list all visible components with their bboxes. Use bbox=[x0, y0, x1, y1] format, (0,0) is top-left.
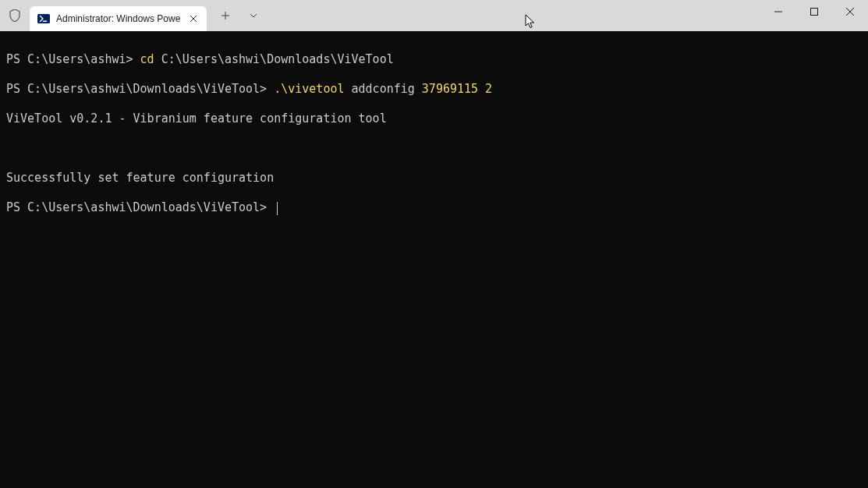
maximize-button[interactable] bbox=[796, 0, 832, 23]
terminal-pane[interactable]: PS C:\Users\ashwi> cd C:\Users\ashwi\Dow… bbox=[0, 31, 868, 488]
prompt-text: PS C:\Users\ashwi\Downloads\ViVeTool> bbox=[6, 82, 274, 97]
argument-text: addconfig bbox=[344, 82, 421, 97]
minimize-icon bbox=[774, 8, 782, 16]
admin-shield-area bbox=[0, 0, 30, 31]
terminal-line: PS C:\Users\ashwi\Downloads\ViVeTool> .\… bbox=[6, 82, 862, 97]
tab-active[interactable]: Administrator: Windows Powe bbox=[30, 6, 207, 31]
terminal-line: ViVeTool v0.2.1 - Vibranium feature conf… bbox=[6, 111, 862, 126]
new-tab-button[interactable] bbox=[213, 3, 238, 28]
close-icon bbox=[846, 8, 854, 16]
command-text: cd bbox=[140, 52, 154, 67]
plus-icon bbox=[221, 11, 230, 20]
minimize-button[interactable] bbox=[760, 0, 796, 23]
tab-dropdown-button[interactable] bbox=[241, 3, 266, 28]
terminal-line: Successfully set feature configuration bbox=[6, 171, 862, 186]
window-controls bbox=[760, 0, 868, 25]
text-cursor bbox=[277, 202, 278, 215]
prompt-text: PS C:\Users\ashwi\Downloads\ViVeTool> bbox=[6, 200, 274, 215]
chevron-down-icon bbox=[250, 13, 257, 18]
tab-close-button[interactable] bbox=[186, 12, 200, 26]
svg-rect-2 bbox=[811, 9, 818, 16]
close-icon bbox=[190, 15, 197, 23]
terminal-line: PS C:\Users\ashwi> cd C:\Users\ashwi\Dow… bbox=[6, 52, 862, 67]
argument-text: 37969115 2 bbox=[422, 82, 492, 97]
window-titlebar: Administrator: Windows Powe bbox=[0, 0, 868, 31]
svg-rect-0 bbox=[37, 14, 50, 23]
terminal-line: PS C:\Users\ashwi\Downloads\ViVeTool> bbox=[6, 200, 862, 215]
output-text: Successfully set feature configuration bbox=[6, 171, 274, 186]
tab-title: Administrator: Windows Powe bbox=[56, 13, 180, 24]
maximize-icon bbox=[810, 8, 818, 16]
output-text: ViVeTool v0.2.1 - Vibranium feature conf… bbox=[6, 111, 387, 126]
window-close-button[interactable] bbox=[832, 0, 868, 23]
powershell-icon bbox=[37, 12, 50, 25]
prompt-text: PS C:\Users\ashwi> bbox=[6, 52, 140, 67]
shield-icon bbox=[9, 9, 20, 22]
command-text: .\vivetool bbox=[274, 82, 344, 97]
terminal-line bbox=[6, 141, 862, 156]
argument-text: C:\Users\ashwi\Downloads\ViVeTool bbox=[154, 52, 394, 67]
